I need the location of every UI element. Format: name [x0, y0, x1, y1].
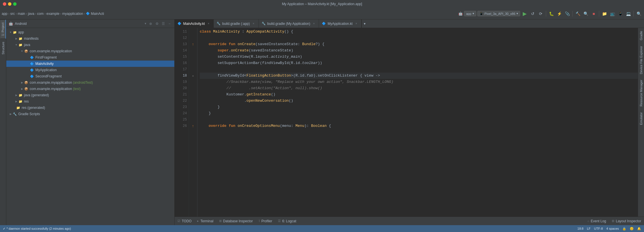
chevron-down-icon-panel[interactable]: ▾ — [145, 22, 146, 25]
tree-item-res[interactable]: ▶ 📁 res — [6, 98, 174, 105]
code-line-23: } — [200, 104, 639, 110]
maximize-button[interactable] — [13, 2, 17, 6]
tree-item-secondfragment[interactable]: 🔷 SecondFragment — [6, 73, 174, 79]
cursor-position[interactable]: 18:8 — [578, 227, 584, 230]
status-bar: ✓ * daemon started successfully (2 minut… — [0, 225, 644, 232]
tab-build-gradle-app[interactable]: 🔧 build.gradle (:app) × — [214, 19, 259, 28]
tree-item-package-main[interactable]: ▼ 📦 com.example.myapplication — [6, 48, 174, 54]
tree-item-firstfragment[interactable]: 🔷 FirstFragment — [6, 54, 174, 61]
indent[interactable]: 4 spaces — [606, 227, 619, 230]
folder-icon-app: 📁 — [13, 30, 17, 35]
tree-item-manifests[interactable]: ▶ 📁 manifests — [6, 35, 174, 42]
tree-item-app[interactable]: ▼ 📁 app — [6, 29, 174, 35]
tab-myapplication[interactable]: 🔷 MyApplication.kt × — [319, 19, 361, 28]
profile-button[interactable]: ⚡ — [556, 10, 563, 17]
tree-item-package-test[interactable]: ▶ 📦 com.example.myapplication (test) — [6, 86, 174, 92]
code-line-12 — [200, 35, 639, 41]
panel-settings-btn[interactable]: ☰ — [161, 21, 166, 26]
device-manager-button[interactable]: 📱 — [617, 10, 624, 17]
label-secondfragment: SecondFragment — [35, 74, 62, 78]
close-button[interactable] — [3, 2, 6, 6]
panel-add-btn[interactable]: ⊕ — [148, 21, 153, 26]
tree-item-gradle[interactable]: ▶ 🔧 Gradle Scripts — [6, 111, 174, 117]
event-log-icon: ○ — [588, 219, 590, 223]
gradle-tab[interactable]: Gradle — [639, 28, 644, 43]
project-tree: ▼ 📁 app ▶ 📁 manifests ▼ 📁 java ▼ — [6, 28, 174, 225]
reload-button[interactable]: ⟳ — [537, 10, 544, 17]
code-line-26: override fun onCreateOptionsMenu(menu: M… — [200, 123, 639, 129]
tab-mainactivity[interactable]: 🔷 MainActivity.kt × — [175, 19, 214, 28]
panel-actions: ⊕ ⚙ ☰ − — [148, 21, 172, 26]
breadcrumb-com[interactable]: com — [37, 12, 44, 16]
run-button[interactable]: ▶ — [521, 10, 528, 17]
tab-build-gradle-myapp[interactable]: 🔧 build.gradle (My Application) × — [259, 19, 319, 28]
breadcrumb-mainactivity[interactable]: MainActi — [91, 12, 104, 16]
left-tabs: 1: Project Structure — [0, 19, 6, 225]
analyze-button[interactable]: 🔍 — [582, 10, 589, 17]
breadcrumb-app[interactable]: app — [2, 12, 7, 16]
label-androidtest-suffix: (androidTest) — [72, 81, 93, 85]
code-content[interactable]: class MainActivity : AppCompatActivity()… — [197, 28, 641, 217]
gradle-icon-tab3: 🔧 — [262, 22, 266, 25]
run-config-icon: 🤖 — [458, 11, 463, 16]
tab-close-build-gradle-myapp[interactable]: × — [312, 22, 316, 26]
status-check-icon: ✓ — [3, 227, 5, 231]
device-file-explorer-tab[interactable]: Device File Explorer — [639, 43, 644, 77]
tab-close-build-gradle-app[interactable]: × — [252, 22, 256, 26]
logcat-tab[interactable]: ☰ 6: Logcat — [275, 217, 299, 225]
breadcrumb-main[interactable]: main — [18, 12, 25, 16]
emulator-button[interactable]: 💻 — [625, 10, 632, 17]
event-log-tab[interactable]: ○ Event Log — [585, 217, 609, 225]
tree-item-myapplication[interactable]: 🔷 MyApplication — [6, 67, 174, 73]
layout-inspector-icon: ⊞ — [612, 219, 614, 223]
stop-button[interactable]: ■ — [590, 10, 597, 17]
attach-button[interactable]: 📎 — [564, 10, 571, 17]
code-line-21: Kustomer.getInstance() — [200, 91, 639, 98]
search-button[interactable]: 🔍 — [635, 10, 642, 17]
tree-item-package-androidtest[interactable]: ▶ 📦 com.example.myapplication (androidTe… — [6, 79, 174, 86]
code-editor[interactable]: 11 12 13 14 15 16 17 18 19 20 21 22 23 2… — [175, 28, 644, 217]
todo-tab[interactable]: ☑ TODO — [175, 217, 194, 225]
breadcrumb-myapp[interactable]: myapplication — [62, 12, 83, 16]
tree-item-res-generated[interactable]: 📁 res (generated) — [6, 105, 174, 111]
breadcrumb-src[interactable]: src — [10, 12, 15, 16]
resource-manager-tab[interactable]: Resource Manager — [639, 77, 644, 109]
device-mirror-button[interactable]: 📺 — [609, 10, 616, 17]
profiler-tab[interactable]: ⌇ Profiler — [256, 217, 275, 225]
tree-item-java[interactable]: ▼ 📁 java — [6, 42, 174, 48]
folder-icon-res: 📁 — [18, 99, 23, 104]
terminal-tab[interactable]: ▸ Terminal — [194, 217, 216, 225]
main-content: 1: Project Structure 🤖 Android ▾ ⊕ ⚙ ☰ −… — [0, 19, 644, 225]
encoding[interactable]: UTF-8 — [594, 227, 603, 230]
rerun-button[interactable]: ↺ — [529, 10, 536, 17]
breadcrumb-java[interactable]: java — [28, 12, 34, 16]
run-config-selector[interactable]: app ▾ — [464, 11, 476, 16]
arrow-test: ▶ — [20, 87, 24, 91]
device-config-selector[interactable]: 📱 Pixel_3a_API_30_x86 ▾ — [477, 11, 520, 16]
tab-close-myapplication[interactable]: × — [354, 22, 358, 26]
line-separator[interactable]: LF — [587, 227, 591, 230]
project-tab[interactable]: 1: Project — [0, 19, 6, 39]
breadcrumb-example[interactable]: example — [47, 12, 59, 16]
structure-tab[interactable]: Structure — [1, 39, 6, 57]
database-inspector-tab[interactable]: ⊞ Database Inspector — [216, 217, 256, 225]
emulator-tab[interactable]: Emulator — [639, 109, 644, 128]
debug-button[interactable]: 🐛 — [548, 10, 555, 17]
device-file-button[interactable]: 📁 — [601, 10, 608, 17]
layout-inspector-tab[interactable]: ⊞ Layout Inspector — [609, 217, 644, 225]
panel-minimize-btn[interactable]: − — [167, 21, 172, 26]
minimize-button[interactable] — [8, 2, 11, 6]
build-button[interactable]: 🔨 — [574, 10, 581, 17]
tree-item-mainactivity[interactable]: 🔷 MainActivity — [6, 61, 174, 67]
status-right: 18:8 LF UTF-8 4 spaces 🔒 😊 🔔 — [578, 227, 641, 231]
tab-close-mainactivity[interactable]: × — [207, 22, 211, 26]
tree-item-java-generated[interactable]: ▶ 📁 java (generated) — [6, 92, 174, 98]
panel-gear-btn[interactable]: ⚙ — [154, 21, 160, 26]
code-line-19: //Snackbar.make(view, "Replace with your… — [200, 79, 639, 85]
editor-wrapper: 11 12 13 14 15 16 17 18 19 20 21 22 23 2… — [175, 28, 644, 217]
arrow-app: ▼ — [9, 30, 13, 34]
database-icon: ⊞ — [219, 219, 222, 223]
folder-icon-manifests: 📁 — [18, 36, 23, 41]
device-config-label: Pixel_3a_API_30_x86 — [484, 12, 515, 15]
tabs-overflow-btn[interactable]: ▾ — [362, 19, 368, 28]
